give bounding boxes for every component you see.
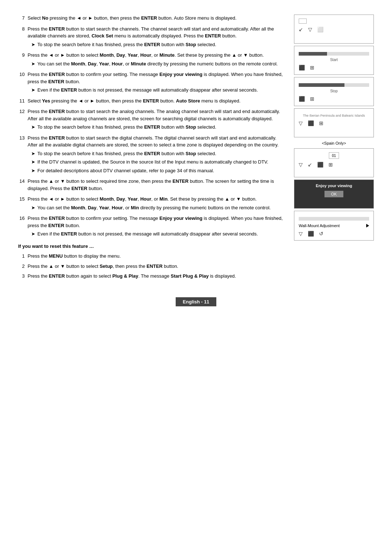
- instruction-content-13: Press the ENTER button to start search t…: [28, 134, 283, 174]
- ok-button[interactable]: OK: [324, 191, 343, 197]
- instruction-number-13: 13: [18, 134, 25, 174]
- screen-icons-2: ⬛ ⊞: [299, 65, 369, 70]
- wall-mount-row: Wall-Mount Adjustment: [299, 223, 369, 228]
- screen-icons-4: ▽ ⬛ ⊞: [299, 120, 369, 126]
- sub-text-16-0: Even if the ENTER button is not pressed,…: [37, 230, 283, 238]
- sub-item-16-0: ➤Even if the ENTER button is not pressed…: [31, 230, 283, 238]
- progress-bar-2: [299, 83, 369, 87]
- instruction-number-10: 10: [18, 71, 25, 94]
- instruction-text-10: Press the ENTER button to confirm your s…: [28, 71, 283, 85]
- reset-text-2: Press the ▲ or ▼ button to select Setup,…: [28, 263, 178, 270]
- instruction-number-8: 8: [18, 25, 25, 48]
- footer-badge: English - 11: [176, 297, 217, 306]
- arrow-marker-icon: ➤: [31, 158, 35, 166]
- instruction-item-16: 16Press the ENTER button to confirm your…: [18, 215, 283, 238]
- instruction-content-10: Press the ENTER button to confirm your s…: [28, 71, 283, 94]
- down-arrow-icon-2: ↙: [308, 162, 312, 168]
- sub-item-8-0: ➤To stop the search before it has finish…: [31, 41, 283, 48]
- sub-text-13-1: If the DTV channel is updated, the Sourc…: [37, 158, 283, 166]
- sub-item-10-0: ➤Even if the ENTER button is not pressed…: [31, 86, 283, 94]
- instruction-text-15: Press the ◄ or ► button to select Month,…: [28, 196, 283, 203]
- monitor-icon-4: ⬛: [308, 120, 314, 126]
- sub-text-10-0: Even if the ENTER button is not pressed,…: [37, 86, 283, 94]
- reset-text-3: Press the ENTER button again to select P…: [28, 273, 236, 280]
- progress-bar-fill-2: [299, 83, 344, 87]
- progress-bar-1: [299, 52, 369, 56]
- reset-number-2: 2: [18, 263, 25, 270]
- screen-icons-1: ↙ ▽ ⬜: [299, 27, 369, 32]
- instruction-text-12: Press the ENTER button to start search t…: [28, 108, 283, 122]
- instruction-content-15: Press the ◄ or ► button to select Month,…: [28, 196, 283, 211]
- footer: English - 11: [18, 297, 374, 306]
- undo-icon: ↺: [319, 231, 323, 237]
- instruction-item-13: 13Press the ENTER button to start search…: [18, 134, 283, 174]
- reset-section: If you want to reset this feature … 1Pre…: [18, 241, 283, 283]
- left-column: 7Select No pressing the ◄ or ► button, t…: [18, 15, 283, 286]
- reset-text-1: Press the MENU button to display the men…: [28, 253, 121, 260]
- screen-icons-6: ▽ ⬛ ↺: [299, 231, 369, 237]
- grid-icon-3: ⊞: [319, 120, 323, 126]
- reset-item-1: 1Press the MENU button to display the me…: [18, 253, 283, 260]
- instruction-content-16: Press the ENTER button to confirm your s…: [28, 215, 283, 238]
- screen-wall-mount: Wall-Mount Adjustment ▽ ⬛ ↺: [294, 211, 374, 241]
- instruction-text-9: Press the ◄ or ► button to select Month,…: [28, 52, 283, 59]
- monitor-icon-3: ⬛: [299, 96, 305, 102]
- sub-item-15-0: ➤You can set the Month, Day, Year, Hour,…: [31, 204, 283, 211]
- enjoy-title: Enjoy your viewing: [298, 184, 370, 188]
- instruction-content-11: Select Yes pressing the ◄ or ► button, t…: [28, 97, 283, 105]
- instruction-number-9: 9: [18, 52, 25, 67]
- instruction-number-14: 14: [18, 178, 25, 192]
- instruction-content-12: Press the ENTER button to start search t…: [28, 108, 283, 131]
- screen-auto-store: ↙ ▽ ⬜: [294, 15, 374, 44]
- monitor-icon-2: ⬛: [299, 65, 305, 70]
- grid-icon-1: ⊞: [310, 65, 314, 70]
- screen-iberian: The Iberian Peninsula and Balearic Islan…: [294, 108, 374, 137]
- instruction-number-7: 7: [18, 15, 25, 22]
- screen-enjoy: Enjoy your viewing OK: [294, 180, 374, 209]
- screen-small-rect: [299, 19, 307, 24]
- triangle-icon: ▽: [308, 27, 312, 32]
- instruction-number-16: 16: [18, 215, 25, 238]
- sub-item-12-0: ➤To stop the search before it has finish…: [31, 124, 283, 131]
- instruction-content-7: Select No pressing the ◄ or ► button, th…: [28, 15, 283, 22]
- instruction-item-10: 10Press the ENTER button to confirm your…: [18, 71, 283, 94]
- arrow-marker-icon: ➤: [31, 60, 35, 68]
- sub-item-13-2: ➤For detailed descriptions about DTV cha…: [31, 167, 283, 174]
- arrow-marker-icon: ➤: [31, 167, 35, 174]
- arrow-marker-icon: ➤: [31, 86, 35, 94]
- sub-item-13-1: ➤If the DTV channel is updated, the Sour…: [31, 158, 283, 166]
- instruction-text-13: Press the ENTER button to start search t…: [28, 134, 283, 149]
- arrow-marker-icon: ➤: [31, 41, 35, 48]
- monitor-icon-5: ⬛: [317, 162, 323, 168]
- wall-mount-label: Wall-Mount Adjustment: [299, 223, 340, 228]
- instruction-item-9: 9Press the ◄ or ► button to select Month…: [18, 52, 283, 67]
- instruction-item-12: 12Press the ENTER button to start search…: [18, 108, 283, 131]
- sub-text-13-0: To stop the search before it has finishe…: [37, 150, 283, 157]
- instruction-number-12: 12: [18, 108, 25, 131]
- instruction-text-11: Select Yes pressing the ◄ or ► button, t…: [28, 97, 283, 105]
- instruction-number-11: 11: [18, 97, 25, 105]
- reset-item-2: 2Press the ▲ or ▼ button to select Setup…: [18, 263, 283, 270]
- reset-heading: If you want to reset this feature …: [18, 243, 283, 250]
- reset-item-3: 3Press the ENTER button again to select …: [18, 273, 283, 280]
- stop-label: Stop: [299, 89, 369, 93]
- instruction-content-14: Press the ▲ or ▼ button to select requir…: [28, 178, 283, 192]
- instruction-item-11: 11Select Yes pressing the ◄ or ► button,…: [18, 97, 283, 105]
- instruction-item-15: 15Press the ◄ or ► button to select Mont…: [18, 196, 283, 211]
- grid-icon-2: ⊞: [310, 96, 314, 102]
- instruction-item-14: 14Press the ▲ or ▼ button to select requ…: [18, 178, 283, 192]
- arrow-marker-icon: ➤: [31, 230, 35, 238]
- number-display: 01: [329, 152, 339, 159]
- sub-text-13-2: For detailed descriptions about DTV chan…: [37, 167, 283, 174]
- triangle-icon-2: ▽: [299, 120, 303, 126]
- triangle-icon-4: ▽: [299, 231, 303, 237]
- sub-item-13-0: ➤To stop the search before it has finish…: [31, 150, 283, 157]
- screen-icons-5: ▽ ↙ ⬛ ⊞: [299, 162, 369, 168]
- screen-number: 01 ▽ ↙ ⬛ ⊞: [294, 148, 374, 177]
- spain-only-label: <Spain Only>: [294, 141, 374, 145]
- start-label: Start: [299, 58, 369, 62]
- instruction-text-16: Press the ENTER button to confirm your s…: [28, 215, 283, 229]
- reset-number-3: 3: [18, 273, 25, 280]
- arrow-marker-icon: ➤: [31, 150, 35, 157]
- instruction-item-8: 8Press the ENTER button to start search …: [18, 25, 283, 48]
